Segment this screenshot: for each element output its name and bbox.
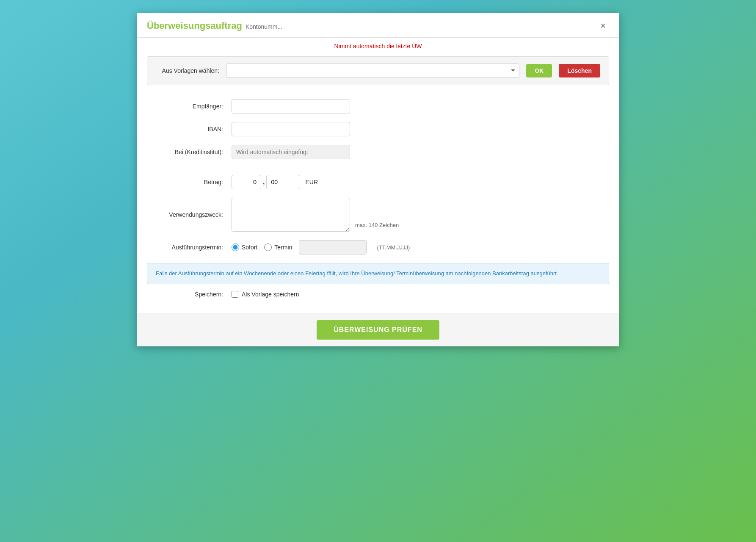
termin-radio[interactable] bbox=[264, 243, 272, 251]
betrag-row: Betrag: 0 , 00 EUR bbox=[147, 175, 609, 189]
kreditinstitut-row: Bei (Kreditinstitut): bbox=[147, 145, 609, 159]
modal-footer: ÜBERWEISUNG PRÜFEN bbox=[137, 313, 619, 346]
empfaenger-row: Empfänger: bbox=[147, 99, 609, 113]
termin-date-input[interactable] bbox=[299, 240, 367, 254]
vorlage-label: Aus Vorlagen wählen: bbox=[156, 67, 219, 74]
verwendungszweck-row: Verwendungszweck: max. 140 Zeichen bbox=[147, 198, 609, 232]
betrag-label: Betrag: bbox=[147, 179, 232, 185]
auto-notice: Nimmt automatisch die letzte ÜW bbox=[137, 38, 619, 53]
divider-1 bbox=[147, 92, 609, 92]
kreditinstitut-input bbox=[232, 145, 350, 159]
verwendungszweck-hint: max. 140 Zeichen bbox=[355, 222, 399, 232]
als-vorlage-label: Als Vorlage speichern bbox=[242, 291, 299, 298]
pruefen-button[interactable]: ÜBERWEISUNG PRÜFEN bbox=[317, 320, 439, 340]
ausfuehrungstermin-row: Ausführungstermin: Sofort Termin (TT.MM.… bbox=[147, 240, 609, 254]
betrag-dec-input[interactable]: 00 bbox=[266, 175, 300, 189]
betrag-int-input[interactable]: 0 bbox=[232, 175, 261, 189]
empfaenger-label: Empfänger: bbox=[147, 103, 232, 110]
divider-2 bbox=[147, 168, 609, 168]
empfaenger-input[interactable] bbox=[232, 99, 350, 113]
iban-row: IBAN: bbox=[147, 122, 609, 136]
loeschen-button[interactable]: Löschen bbox=[559, 64, 600, 77]
modal-title-main: Überweisungsauftrag bbox=[147, 20, 242, 31]
kreditinstitut-label: Bei (Kreditinstitut): bbox=[147, 149, 232, 155]
ausfuehrung-options: Sofort Termin (TT.MM.JJJJ) bbox=[232, 240, 410, 254]
sofort-label: Sofort bbox=[242, 244, 257, 251]
form-section: Empfänger: IBAN: Bei (Kreditinstitut): bbox=[137, 99, 619, 159]
iban-label: IBAN: bbox=[147, 126, 232, 133]
vorlage-section: Aus Vorlagen wählen: OK Löschen bbox=[147, 56, 609, 85]
sofort-radio[interactable] bbox=[232, 243, 239, 251]
termin-format: (TT.MM.JJJJ) bbox=[377, 244, 410, 251]
verwendungszweck-label: Verwendungszweck: bbox=[147, 211, 232, 218]
modal-header: Überweisungsauftrag Kontonumm... × bbox=[137, 13, 619, 38]
vorlage-select[interactable] bbox=[226, 64, 519, 78]
termin-option[interactable]: Termin bbox=[264, 243, 292, 251]
info-box: Falls der Ausführungstermin auf ein Woch… bbox=[147, 263, 609, 284]
termin-label: Termin bbox=[274, 244, 292, 251]
modal-title-sub: Kontonumm... bbox=[246, 23, 282, 30]
betrag-inputs: 0 , 00 EUR bbox=[232, 175, 318, 189]
speichern-label: Speichern: bbox=[147, 291, 232, 298]
iban-input[interactable] bbox=[232, 122, 350, 136]
als-vorlage-option[interactable]: Als Vorlage speichern bbox=[232, 291, 299, 298]
form-section-2: Betrag: 0 , 00 EUR Verwendungszweck: max… bbox=[137, 175, 619, 254]
betrag-currency: EUR bbox=[305, 179, 318, 185]
modal-body: Nimmt automatisch die letzte ÜW Aus Vorl… bbox=[137, 38, 619, 313]
close-button[interactable]: × bbox=[597, 19, 609, 32]
sofort-option[interactable]: Sofort bbox=[232, 243, 257, 251]
modal-title-group: Überweisungsauftrag Kontonumm... bbox=[147, 20, 282, 31]
betrag-comma: , bbox=[263, 178, 265, 186]
modal-container: Überweisungsauftrag Kontonumm... × Nimmt… bbox=[137, 13, 619, 346]
ok-button[interactable]: OK bbox=[526, 64, 552, 77]
verwendungszweck-input[interactable] bbox=[232, 198, 350, 232]
info-box-text: Falls der Ausführungstermin auf ein Woch… bbox=[156, 269, 600, 278]
speichern-row: Speichern: Als Vorlage speichern bbox=[147, 291, 609, 298]
ausfuehrungstermin-label: Ausführungstermin: bbox=[147, 244, 232, 251]
als-vorlage-checkbox[interactable] bbox=[232, 291, 238, 298]
